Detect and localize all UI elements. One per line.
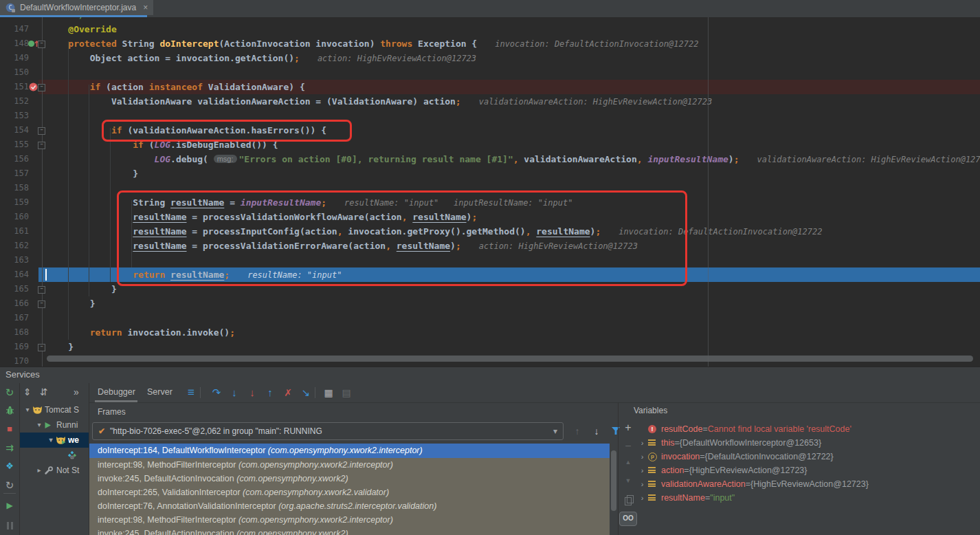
expand-all-icon[interactable]: ⇕ xyxy=(23,386,32,397)
line-number[interactable]: 161 xyxy=(0,224,29,239)
line-number[interactable]: 156 xyxy=(0,152,29,166)
fold-marker[interactable]: − xyxy=(38,286,45,294)
editor-tab[interactable]: C DefaultWorkflowInterceptor.java × xyxy=(0,0,153,15)
move-up-icon[interactable]: ▲ xyxy=(619,459,638,466)
threads-view-icon[interactable]: ≡ xyxy=(183,383,199,402)
code-line-167[interactable]: 167 xyxy=(0,311,980,325)
chevron-down-icon[interactable]: ▾ xyxy=(23,402,32,417)
stack-frame[interactable]: doIntercept:164, DefaultWorkflowIntercep… xyxy=(89,444,610,458)
stack-frame[interactable]: invoke:245, DefaultActionInvocation (com… xyxy=(89,472,610,485)
code-line-147[interactable]: 147@Override xyxy=(0,22,980,36)
expand-chevron-icon[interactable]: › xyxy=(636,463,648,477)
chevron-right-icon[interactable]: ▸ xyxy=(34,463,44,478)
line-number[interactable]: 154 xyxy=(0,123,29,138)
line-number[interactable]: 165 xyxy=(0,282,29,296)
line-number[interactable]: 153 xyxy=(0,109,29,123)
collapse-all-icon[interactable]: ⇵ xyxy=(40,386,48,397)
code-line-168[interactable]: 168return invocation.invoke(); xyxy=(0,325,980,340)
expand-chevron-icon[interactable]: › xyxy=(636,436,648,450)
line-number[interactable]: 151 xyxy=(0,80,29,94)
stop-icon[interactable]: ■ xyxy=(0,424,19,433)
line-number[interactable]: 170 xyxy=(0,354,29,367)
line-number[interactable]: 148 xyxy=(0,36,29,51)
stack-frame[interactable]: intercept:98, MethodFilterInterceptor (c… xyxy=(89,513,610,527)
pause-icon[interactable] xyxy=(0,521,19,532)
chevron-down-icon[interactable]: ▾ xyxy=(34,417,44,433)
line-number[interactable]: 155 xyxy=(0,138,29,152)
code-line-169[interactable]: 169−} xyxy=(0,340,980,354)
variable-row-this[interactable]: ›this = {DefaultWorkflowInterceptor@1265… xyxy=(636,436,980,450)
service-tree-item-runni[interactable]: ▾Runni xyxy=(20,417,89,433)
expand-chevron-icon[interactable]: › xyxy=(636,450,648,463)
run-to-cursor-icon[interactable]: ↘ xyxy=(298,383,314,402)
variable-row-resultName[interactable]: ›resultName = "input" xyxy=(636,491,980,505)
deploy-icon[interactable]: ⇉ xyxy=(0,443,19,452)
line-number[interactable]: 157 xyxy=(0,166,29,181)
variable-row-action[interactable]: ›action = {HighEvReviewAction@12723} xyxy=(636,463,980,477)
force-step-into-icon[interactable]: ↓ xyxy=(244,383,260,402)
line-number[interactable]: 152 xyxy=(0,94,29,109)
remove-watch-icon[interactable]: − xyxy=(619,441,638,452)
line-number[interactable]: 158 xyxy=(0,181,29,195)
line-number[interactable]: 146 xyxy=(0,17,29,22)
tab-debugger[interactable]: Debugger xyxy=(98,383,135,401)
close-tab-icon[interactable]: × xyxy=(143,3,148,12)
fold-marker[interactable]: − xyxy=(38,301,45,308)
line-number[interactable]: 163 xyxy=(0,253,29,268)
expand-chevron-icon[interactable]: › xyxy=(636,491,648,505)
evaluate-expression-icon[interactable]: ▦ xyxy=(320,383,337,402)
line-number[interactable]: 167 xyxy=(0,311,29,325)
code-line-151[interactable]: 151−if (action instanceof ValidationAwar… xyxy=(0,80,980,94)
fold-marker[interactable]: − xyxy=(38,84,45,91)
chevron-down-icon[interactable]: ▾ xyxy=(46,433,56,448)
service-tree-item[interactable] xyxy=(20,448,89,463)
editor[interactable]: 146*/147@Override148−protected String do… xyxy=(0,17,980,367)
line-number[interactable]: 162 xyxy=(0,239,29,253)
fold-marker[interactable]: − xyxy=(38,41,45,48)
fold-marker[interactable]: − xyxy=(38,142,45,149)
thread-selector[interactable]: ✔"http-bio-7026-exec-5"@2,062 in group "… xyxy=(92,422,564,440)
stack-frame[interactable]: invoke:245, DefaultActionInvocation (com… xyxy=(89,527,610,535)
stack-frame[interactable]: intercept:98, MethodFilterInterceptor (c… xyxy=(89,458,610,472)
line-number[interactable]: 149 xyxy=(0,51,29,65)
drop-frame-icon[interactable]: ✗ xyxy=(280,383,296,402)
show-watches-toggle[interactable]: OO xyxy=(619,512,638,526)
breakpoint-icon[interactable] xyxy=(29,83,38,91)
fold-marker[interactable]: − xyxy=(38,344,45,351)
line-number[interactable]: 159 xyxy=(0,195,29,210)
editor-horizontal-scrollbar[interactable] xyxy=(47,356,973,362)
line-number[interactable]: 160 xyxy=(0,210,29,224)
line-number[interactable]: 166 xyxy=(0,296,29,311)
line-number[interactable]: 168 xyxy=(0,325,29,340)
step-over-icon[interactable]: ↷ xyxy=(208,383,225,402)
tab-server[interactable]: Server xyxy=(147,383,172,401)
code-line-152[interactable]: 152ValidationAware validationAwareAction… xyxy=(0,94,980,109)
variable-row-invocation[interactable]: ›pinvocation = {DefaultActionInvocation@… xyxy=(636,450,980,463)
code-line-146[interactable]: 146*/ xyxy=(0,17,980,22)
stack-frame[interactable]: doIntercept:76, AnnotationValidationInte… xyxy=(89,499,610,513)
expand-chevron-icon[interactable]: › xyxy=(636,477,648,491)
resume-icon[interactable]: ▶ xyxy=(0,501,19,510)
code-line-166[interactable]: 166−} xyxy=(0,296,980,311)
variable-row-validationAwareAction[interactable]: ›validationAwareAction = {HighEvReviewAc… xyxy=(636,477,980,491)
step-into-icon[interactable]: ↓ xyxy=(226,383,243,402)
duplicate-icon[interactable] xyxy=(619,496,638,507)
variable-row-resultCode[interactable]: !resultCode = Cannot find local variable… xyxy=(636,422,980,436)
step-out-icon[interactable]: ↑ xyxy=(262,383,278,402)
next-frame-icon[interactable]: ↓ xyxy=(588,422,605,440)
more-icon[interactable]: » xyxy=(74,386,79,397)
code-line-150[interactable]: 150 xyxy=(0,65,980,80)
line-number[interactable]: 164 xyxy=(0,268,29,282)
service-tree-item-we[interactable]: ▾we xyxy=(20,433,89,448)
code-line-157[interactable]: 157} xyxy=(0,166,980,181)
code-line-148[interactable]: 148−protected String doIntercept(ActionI… xyxy=(0,36,980,51)
stack-frame[interactable]: doIntercept:265, ValidationInterceptor (… xyxy=(89,485,610,499)
fold-marker[interactable]: − xyxy=(38,127,45,135)
add-watch-icon[interactable]: + xyxy=(619,422,638,433)
code-line-149[interactable]: 149Object action = invocation.getAction(… xyxy=(0,51,980,65)
line-number[interactable]: 150 xyxy=(0,65,29,80)
service-tree-item-not-st[interactable]: ▸Not St xyxy=(20,463,89,478)
sync-icon[interactable]: ↻ xyxy=(0,480,19,490)
line-number[interactable]: 169 xyxy=(0,340,29,354)
rerun-server-icon[interactable]: ↻ xyxy=(0,387,19,397)
